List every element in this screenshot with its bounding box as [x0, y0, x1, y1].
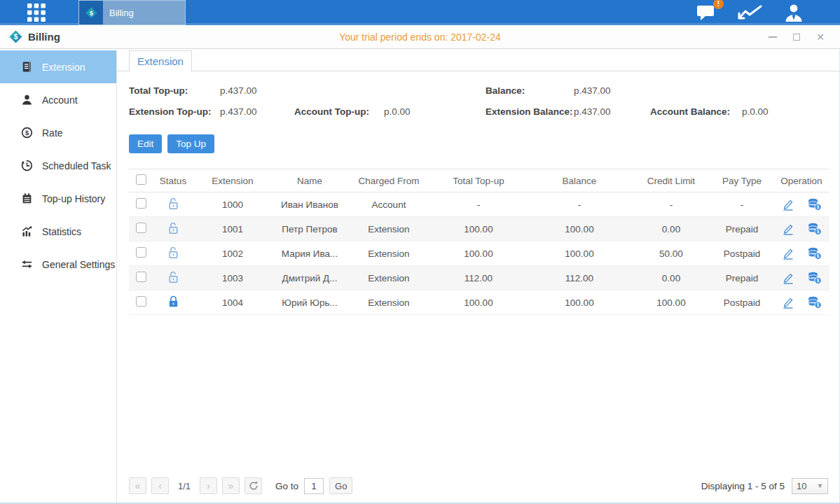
- go-button[interactable]: Go: [329, 477, 352, 494]
- topup-history-icon: [21, 192, 33, 204]
- sidebar-item-label: Rate: [42, 127, 63, 139]
- sidebar-item-statistics[interactable]: Statistics: [0, 215, 116, 248]
- col-name: Name: [272, 169, 347, 192]
- row-checkbox[interactable]: [136, 198, 146, 209]
- cell-credit-limit: -: [632, 192, 710, 217]
- sidebar-item-label: Scheduled Task: [42, 160, 111, 172]
- cell-total-topup: 112.00: [430, 266, 527, 290]
- edit-row-icon[interactable]: [782, 297, 794, 309]
- col-extension: Extension: [193, 169, 272, 192]
- person-icon: [784, 4, 804, 22]
- refresh-icon: [249, 481, 259, 491]
- cell-name: Мария Ива...: [272, 241, 347, 266]
- line-chart-icon: [738, 4, 763, 21]
- cell-total-topup: 100.00: [430, 217, 527, 241]
- total-topup-label: Total Top-up:: [129, 85, 220, 96]
- sidebar-item-rate[interactable]: $ Rate: [0, 116, 116, 149]
- sidebar-item-label: Extension: [42, 62, 85, 73]
- cell-charged-from: Extension: [347, 266, 430, 290]
- sidebar-item-topup-history[interactable]: Top-up History: [0, 182, 116, 215]
- sidebar-item-account[interactable]: Account: [0, 83, 116, 116]
- cell-credit-limit: 50.00: [632, 241, 710, 266]
- row-checkbox[interactable]: [136, 272, 146, 282]
- next-page-button[interactable]: ›: [200, 477, 217, 494]
- first-page-button[interactable]: «: [129, 477, 146, 494]
- table-row: 1003 Дмитрий Д... Extension 112.00 112.0…: [129, 266, 829, 290]
- cell-charged-from: Extension: [347, 241, 430, 266]
- statistics-icon: [21, 225, 33, 237]
- lock-open-icon: [167, 270, 180, 284]
- account-balance-label: Account Balance:: [650, 106, 742, 117]
- svg-text:$: $: [816, 253, 819, 259]
- cell-extension: 1004: [193, 290, 272, 315]
- minimize-button[interactable]: [769, 36, 777, 38]
- row-checkbox[interactable]: [136, 247, 146, 258]
- cell-name: Юрий Юрь...: [272, 290, 347, 315]
- cell-balance: 100.00: [527, 290, 632, 315]
- sidebar: Extension Account $ Rate Scheduled Task: [0, 49, 117, 503]
- row-checkbox[interactable]: [136, 223, 146, 233]
- cell-extension: 1003: [193, 266, 272, 290]
- edit-row-icon[interactable]: [782, 272, 794, 284]
- topup-row-icon[interactable]: $: [807, 247, 822, 260]
- topup-row-icon[interactable]: $: [807, 223, 822, 235]
- page-indicator: 1/1: [174, 481, 195, 491]
- extension-balance-label: Extension Balance:: [486, 106, 574, 117]
- topup-row-icon[interactable]: $: [807, 272, 822, 284]
- maximize-button[interactable]: [793, 34, 800, 41]
- page-size-value: 10: [797, 481, 817, 491]
- row-checkbox[interactable]: [136, 296, 146, 307]
- taskbar: $ Billing !: [0, 0, 840, 25]
- edit-button[interactable]: Edit: [129, 134, 162, 153]
- topup-row-icon[interactable]: $: [807, 296, 822, 309]
- cell-charged-from: Extension: [347, 217, 430, 241]
- col-balance: Balance: [527, 169, 632, 192]
- close-button[interactable]: ✕: [816, 32, 825, 42]
- displaying-text: Displaying 1 - 5 of 5: [701, 481, 785, 491]
- sidebar-item-scheduled-task[interactable]: Scheduled Task: [0, 149, 116, 182]
- topup-row-icon[interactable]: $: [807, 198, 822, 211]
- user-menu-icon[interactable]: [784, 4, 804, 22]
- taskbar-item-billing[interactable]: $ Billing: [78, 0, 186, 25]
- notifications-icon[interactable]: !: [696, 4, 717, 21]
- cell-extension: 1002: [193, 241, 272, 266]
- lock-open-icon: [167, 197, 180, 211]
- col-charged-from: Charged From: [347, 169, 430, 192]
- extension-topup-label: Extension Top-up:: [129, 106, 220, 117]
- window-title: Billing: [28, 31, 60, 43]
- lock-open-icon: [167, 246, 180, 260]
- cell-balance: -: [527, 192, 632, 217]
- svg-text:$: $: [816, 278, 819, 284]
- refresh-button[interactable]: [245, 477, 262, 494]
- edit-row-icon[interactable]: [782, 199, 794, 211]
- app-grid-icon[interactable]: [24, 0, 49, 25]
- table-row: 1000 Иван Иванов Account - - - -: [129, 192, 829, 217]
- billing-diamond-icon: $: [79, 1, 103, 24]
- col-operation: Operation: [773, 169, 829, 192]
- cell-pay-type: Prepaid: [710, 217, 773, 241]
- last-page-button[interactable]: »: [222, 477, 240, 494]
- total-topup-value: p.437.00: [220, 85, 294, 96]
- prev-page-button[interactable]: ‹: [151, 477, 169, 494]
- table-row: 1002 Мария Ива... Extension 100.00 100.0…: [129, 241, 829, 266]
- cell-balance: 100.00: [527, 241, 632, 266]
- goto-page-input[interactable]: [304, 478, 324, 494]
- select-all-checkbox[interactable]: [136, 174, 146, 185]
- svg-text:$: $: [25, 129, 29, 136]
- sidebar-item-general-settings[interactable]: General Settings: [0, 248, 116, 281]
- tab-extension[interactable]: Extension: [129, 50, 192, 71]
- pagination-bar: « ‹ 1/1 › » Go to Go Displaying 1 - 5 of…: [117, 473, 839, 498]
- page-size-select[interactable]: 10 ▼: [792, 478, 828, 494]
- sidebar-item-label: Account: [42, 94, 78, 106]
- sidebar-item-label: General Settings: [42, 259, 115, 270]
- sidebar-item-extension[interactable]: Extension: [0, 50, 116, 83]
- sidebar-item-label: Top-up History: [42, 193, 105, 204]
- topup-button[interactable]: Top Up: [167, 134, 214, 153]
- edit-row-icon[interactable]: [782, 223, 794, 235]
- general-settings-icon: [21, 258, 33, 270]
- edit-row-icon[interactable]: [782, 248, 794, 260]
- cell-credit-limit: 100.00: [632, 290, 710, 315]
- cell-charged-from: Extension: [347, 290, 430, 315]
- reports-icon[interactable]: [738, 4, 763, 21]
- balance-value: p.437.00: [574, 85, 650, 96]
